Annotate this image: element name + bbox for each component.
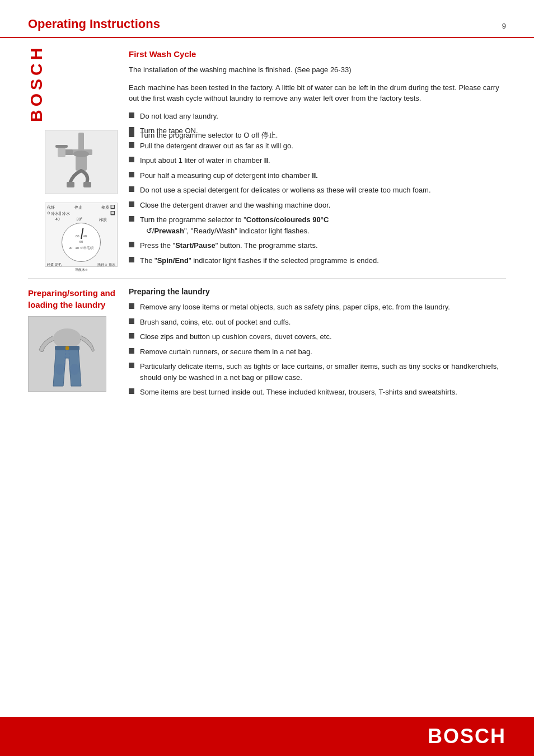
faucet-svg: [53, 133, 109, 191]
page-wrapper: Operating Instructions 9 BOSCH First Was…: [0, 0, 534, 756]
svg-point-9: [53, 328, 81, 349]
bullet-icon: [129, 388, 134, 394]
last-bullet-list: Turn the programme selector to O off 停止.: [129, 130, 506, 141]
intro-text-2: Each machine has been tested in the fact…: [129, 82, 506, 104]
bullet-icon: [129, 112, 134, 118]
svg-rect-0: [78, 133, 84, 152]
bullet-icon: [129, 363, 134, 368]
preparing-section: Preparing/sorting and loading the laundr…: [28, 287, 506, 402]
bullet-item: Remove any loose items or metal objects,…: [129, 302, 506, 313]
svg-rect-3: [58, 147, 65, 157]
preparing-left: Preparing/sorting and loading the laundr…: [28, 287, 118, 402]
bullet-icon: [129, 132, 134, 137]
last-bullet-item: Turn the programme selector to O off 停止.: [129, 130, 506, 141]
preparing-bullets: Remove any loose items or metal objects,…: [129, 302, 506, 398]
intro-text-1: The installation of the washing machine …: [129, 64, 506, 76]
first-wash-title: First Wash Cycle: [129, 49, 506, 59]
program-diagram: 化纤 停止 棉质🔲 ⊙冷水||冷水 🔲 4030°棉质: [45, 203, 118, 267]
header-area: Operating Instructions 9: [0, 0, 534, 38]
bullet-icon: [129, 303, 134, 309]
diagram-text-col: [129, 203, 506, 267]
bullet-icon: [129, 333, 134, 339]
svg-rect-11: [65, 346, 69, 350]
laundry-svg: [31, 319, 104, 389]
bullet-icon: [129, 348, 134, 354]
laundry-image: [28, 316, 106, 392]
diagram-row: 化纤 停止 棉质🔲 ⊙冷水||冷水 🔲 4030°棉质: [28, 203, 506, 267]
preparing-right: Preparing the laundry Remove any loose i…: [129, 287, 506, 402]
bosch-vertical-text: BOSCH: [28, 49, 48, 122]
svg-rect-8: [83, 182, 91, 187]
bullet-icon: [129, 318, 134, 324]
footer-brand: BOSCH: [428, 725, 506, 748]
bullet-item: Particularly delicate items, such as tig…: [129, 361, 506, 383]
bullet-item: Some items are best turned inside out. T…: [129, 387, 506, 398]
svg-point-6: [73, 151, 89, 157]
svg-rect-7: [67, 182, 74, 187]
bullet-item: Do not load any laundry.: [129, 111, 506, 122]
bullet-item: Brush sand, coins, etc. out of pocket an…: [129, 317, 506, 328]
footer: BOSCH: [0, 717, 534, 756]
svg-rect-4: [55, 145, 68, 148]
bullet-item: Remove curtain runners, or secure them i…: [129, 346, 506, 358]
page-title: Operating Instructions: [28, 17, 160, 31]
svg-point-14: [55, 364, 64, 375]
faucet-image: [45, 130, 118, 194]
last-bullet-col: Turn the programme selector to O off 停止.: [129, 130, 506, 194]
preparing-laundry-title: Preparing the laundry: [129, 287, 506, 296]
preparing-title: Preparing/sorting and loading the laundr…: [28, 287, 118, 311]
svg-point-15: [70, 364, 79, 375]
page-number: 9: [502, 22, 506, 30]
content-area: BOSCH First Wash Cycle The installation …: [0, 38, 534, 413]
bullet-item: Close zips and button up cushion covers,…: [129, 331, 506, 342]
image-last-bullet-row: Turn the programme selector to O off 停止.: [28, 130, 506, 194]
section-divider: [28, 278, 506, 279]
